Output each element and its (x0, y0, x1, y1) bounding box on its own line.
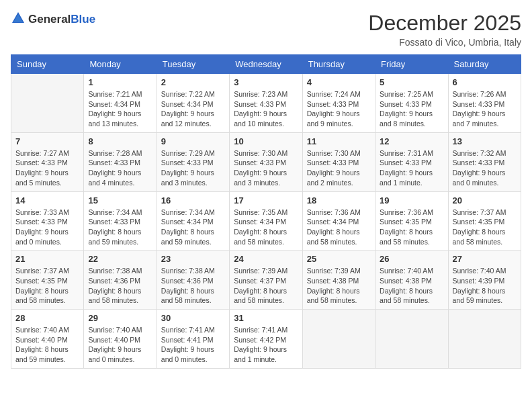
calendar-cell: 12Sunrise: 7:31 AMSunset: 4:33 PMDayligh… (375, 132, 448, 191)
calendar-cell: 31Sunrise: 7:41 AMSunset: 4:42 PMDayligh… (230, 310, 302, 369)
day-info: Sunrise: 7:36 AMSunset: 4:35 PMDaylight:… (380, 208, 443, 247)
calendar-cell: 30Sunrise: 7:41 AMSunset: 4:41 PMDayligh… (157, 310, 229, 369)
day-number: 6 (453, 77, 517, 87)
day-info: Sunrise: 7:38 AMSunset: 4:36 PMDaylight:… (88, 266, 152, 306)
day-number: 19 (380, 195, 443, 205)
logo-icon (11, 11, 26, 26)
calendar-cell: 7Sunrise: 7:27 AMSunset: 4:33 PMDaylight… (11, 132, 84, 191)
day-info: Sunrise: 7:35 AMSunset: 4:34 PMDaylight:… (234, 208, 298, 247)
calendar-cell: 17Sunrise: 7:35 AMSunset: 4:34 PMDayligh… (230, 191, 302, 250)
day-number: 9 (161, 136, 225, 146)
calendar-cell: 24Sunrise: 7:39 AMSunset: 4:37 PMDayligh… (230, 250, 302, 310)
calendar-cell: 9Sunrise: 7:29 AMSunset: 4:33 PMDaylight… (157, 132, 229, 191)
day-info: Sunrise: 7:29 AMSunset: 4:33 PMDaylight:… (161, 148, 225, 188)
day-number: 5 (380, 77, 443, 87)
logo-general: GeneralBlue (28, 13, 95, 26)
day-info: Sunrise: 7:31 AMSunset: 4:33 PMDaylight:… (380, 148, 443, 188)
calendar-cell: 13Sunrise: 7:32 AMSunset: 4:33 PMDayligh… (448, 132, 521, 191)
day-info: Sunrise: 7:37 AMSunset: 4:35 PMDaylight:… (15, 266, 79, 306)
day-number: 28 (15, 313, 79, 323)
day-number: 11 (307, 136, 371, 146)
calendar-week-2: 14Sunrise: 7:33 AMSunset: 4:33 PMDayligh… (11, 191, 521, 250)
calendar-cell: 23Sunrise: 7:38 AMSunset: 4:36 PMDayligh… (157, 250, 229, 310)
calendar-header-row: SundayMondayTuesdayWednesdayThursdayFrid… (11, 55, 521, 74)
day-info: Sunrise: 7:38 AMSunset: 4:36 PMDaylight:… (161, 266, 225, 306)
day-info: Sunrise: 7:25 AMSunset: 4:33 PMDaylight:… (380, 89, 443, 129)
day-info: Sunrise: 7:41 AMSunset: 4:41 PMDaylight:… (161, 325, 225, 365)
location: Fossato di Vico, Umbria, Italy (368, 37, 521, 48)
day-info: Sunrise: 7:40 AMSunset: 4:38 PMDaylight:… (380, 266, 443, 306)
calendar-week-0: 1Sunrise: 7:21 AMSunset: 4:34 PMDaylight… (11, 74, 521, 133)
calendar-cell: 16Sunrise: 7:34 AMSunset: 4:34 PMDayligh… (157, 191, 229, 250)
calendar-cell: 25Sunrise: 7:39 AMSunset: 4:38 PMDayligh… (302, 250, 375, 310)
day-number: 26 (380, 254, 443, 264)
day-number: 30 (161, 313, 225, 323)
calendar-cell: 20Sunrise: 7:37 AMSunset: 4:35 PMDayligh… (448, 191, 521, 250)
day-number: 27 (453, 254, 517, 264)
col-header-thursday: Thursday (302, 55, 375, 74)
calendar-cell: 5Sunrise: 7:25 AMSunset: 4:33 PMDaylight… (375, 74, 448, 133)
calendar-cell: 1Sunrise: 7:21 AMSunset: 4:34 PMDaylight… (84, 74, 157, 133)
calendar-cell: 6Sunrise: 7:26 AMSunset: 4:33 PMDaylight… (448, 74, 521, 133)
calendar-cell: 22Sunrise: 7:38 AMSunset: 4:36 PMDayligh… (84, 250, 157, 310)
day-info: Sunrise: 7:40 AMSunset: 4:40 PMDaylight:… (15, 325, 79, 365)
day-number: 18 (307, 195, 371, 205)
page-header: GeneralBlue December 2025 Fossato di Vic… (11, 11, 521, 48)
calendar-cell (448, 310, 521, 369)
day-number: 13 (453, 136, 517, 146)
day-number: 10 (234, 136, 298, 146)
calendar-cell: 18Sunrise: 7:36 AMSunset: 4:34 PMDayligh… (302, 191, 375, 250)
day-number: 31 (234, 313, 298, 323)
calendar-cell: 27Sunrise: 7:40 AMSunset: 4:39 PMDayligh… (448, 250, 521, 310)
day-number: 15 (88, 195, 152, 205)
calendar-cell: 21Sunrise: 7:37 AMSunset: 4:35 PMDayligh… (11, 250, 84, 310)
col-header-sunday: Sunday (11, 55, 84, 74)
col-header-wednesday: Wednesday (230, 55, 302, 74)
col-header-tuesday: Tuesday (157, 55, 229, 74)
calendar-cell: 26Sunrise: 7:40 AMSunset: 4:38 PMDayligh… (375, 250, 448, 310)
day-number: 24 (234, 254, 298, 264)
day-info: Sunrise: 7:32 AMSunset: 4:33 PMDaylight:… (453, 148, 517, 188)
day-info: Sunrise: 7:37 AMSunset: 4:35 PMDaylight:… (453, 208, 517, 247)
col-header-monday: Monday (84, 55, 157, 74)
day-info: Sunrise: 7:39 AMSunset: 4:37 PMDaylight:… (234, 266, 298, 306)
day-number: 4 (307, 77, 371, 87)
day-info: Sunrise: 7:33 AMSunset: 4:33 PMDaylight:… (15, 208, 79, 247)
title-area: December 2025 Fossato di Vico, Umbria, I… (368, 11, 521, 48)
calendar-week-1: 7Sunrise: 7:27 AMSunset: 4:33 PMDaylight… (11, 132, 521, 191)
calendar-cell (302, 310, 375, 369)
day-number: 16 (161, 195, 225, 205)
day-number: 3 (234, 77, 298, 87)
day-info: Sunrise: 7:41 AMSunset: 4:42 PMDaylight:… (234, 325, 298, 365)
calendar-cell: 11Sunrise: 7:30 AMSunset: 4:33 PMDayligh… (302, 132, 375, 191)
day-info: Sunrise: 7:40 AMSunset: 4:39 PMDaylight:… (453, 266, 517, 306)
day-info: Sunrise: 7:39 AMSunset: 4:38 PMDaylight:… (307, 266, 371, 306)
day-number: 8 (88, 136, 152, 146)
day-number: 23 (161, 254, 225, 264)
day-info: Sunrise: 7:36 AMSunset: 4:34 PMDaylight:… (307, 208, 371, 247)
day-info: Sunrise: 7:26 AMSunset: 4:33 PMDaylight:… (453, 89, 517, 129)
day-info: Sunrise: 7:30 AMSunset: 4:33 PMDaylight:… (234, 148, 298, 188)
calendar-cell: 19Sunrise: 7:36 AMSunset: 4:35 PMDayligh… (375, 191, 448, 250)
calendar-cell: 29Sunrise: 7:40 AMSunset: 4:40 PMDayligh… (84, 310, 157, 369)
calendar-cell: 15Sunrise: 7:34 AMSunset: 4:33 PMDayligh… (84, 191, 157, 250)
day-info: Sunrise: 7:22 AMSunset: 4:34 PMDaylight:… (161, 89, 225, 129)
day-number: 29 (88, 313, 152, 323)
day-number: 2 (161, 77, 225, 87)
day-info: Sunrise: 7:28 AMSunset: 4:33 PMDaylight:… (88, 148, 152, 188)
day-number: 7 (15, 136, 79, 146)
col-header-friday: Friday (375, 55, 448, 74)
day-number: 22 (88, 254, 152, 264)
calendar-week-4: 28Sunrise: 7:40 AMSunset: 4:40 PMDayligh… (11, 310, 521, 369)
day-info: Sunrise: 7:23 AMSunset: 4:33 PMDaylight:… (234, 89, 298, 129)
day-info: Sunrise: 7:21 AMSunset: 4:34 PMDaylight:… (88, 89, 152, 129)
calendar-cell: 3Sunrise: 7:23 AMSunset: 4:33 PMDaylight… (230, 74, 302, 133)
day-number: 12 (380, 136, 443, 146)
day-number: 1 (88, 77, 152, 87)
day-number: 14 (15, 195, 79, 205)
calendar-table: SundayMondayTuesdayWednesdayThursdayFrid… (11, 54, 521, 369)
day-info: Sunrise: 7:30 AMSunset: 4:33 PMDaylight:… (307, 148, 371, 188)
day-number: 17 (234, 195, 298, 205)
calendar-cell (375, 310, 448, 369)
month-title: December 2025 (368, 11, 521, 36)
